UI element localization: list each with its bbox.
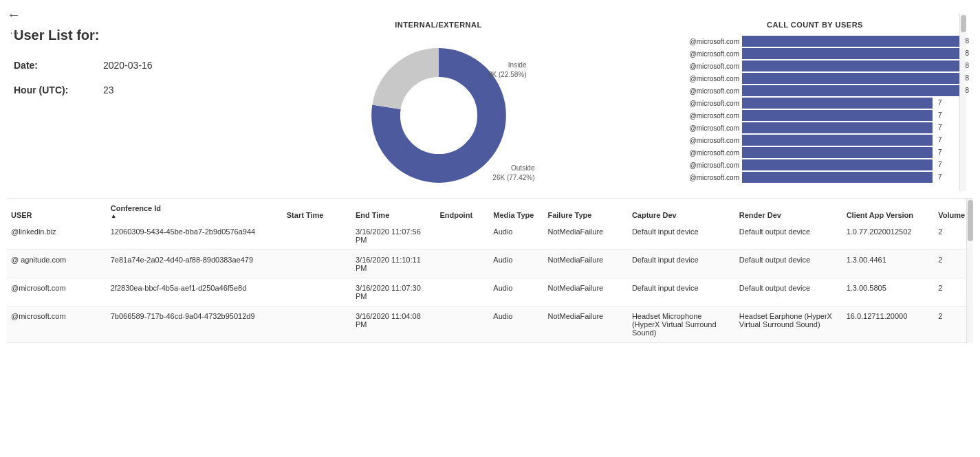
table-row: @microsoft.com 7b066589-717b-46cd-9a04-4… [7, 306, 973, 343]
bar-value: 7 [938, 98, 942, 109]
bar-value: 8 [965, 73, 969, 84]
donut-inside-label: Inside 8K (22.58%) [488, 60, 527, 80]
col-header-user: USER [7, 199, 107, 222]
back-button[interactable]: ← [7, 7, 21, 23]
col-header-end: End Time [351, 199, 435, 222]
bar-fill: 7 [742, 172, 933, 183]
bar-track: 8 [742, 48, 959, 59]
cell-start-time [283, 306, 351, 343]
bar-label: @microsoft.com [671, 87, 739, 95]
bar-fill: 7 [742, 147, 933, 158]
ellipsis-indicator: … [10, 25, 19, 36]
hour-value: 23 [103, 85, 114, 96]
bar-value: 8 [965, 85, 969, 96]
cell-user: @microsoft.com [7, 278, 107, 306]
cell-client-app: 1.3.00.5805 [842, 278, 935, 306]
bar-value: 7 [938, 159, 942, 170]
cell-user: @microsoft.com [7, 306, 107, 343]
bar-label: @microsoft.com [671, 63, 739, 70]
cell-render-dev: Default output device [735, 222, 842, 250]
cell-failure-type: NotMediaFailure [543, 250, 627, 278]
table-body: @linkedin.biz 12060309-5434-45be-bba7-2b… [7, 222, 973, 343]
cell-endpoint [435, 222, 489, 250]
cell-render-dev: Default output device [735, 250, 842, 278]
table-row: @ agnitude.com 7e81a74e-2a02-4d40-af88-8… [7, 250, 973, 278]
cell-conf-id: 7e81a74e-2a02-4d40-af88-89d0383ae479 [107, 250, 283, 278]
cell-render-dev: Default output device [735, 278, 842, 306]
chart-scrollbar-thumb[interactable] [961, 15, 966, 32]
bar-label: @microsoft.com [671, 75, 739, 82]
bar-fill: 8 [742, 48, 959, 59]
col-header-failure: Failure Type [543, 199, 627, 222]
bar-label: @microsoft.com [671, 174, 739, 181]
table-header-row: USER Conference Id ▲ Start Time End Time… [7, 199, 973, 222]
col-header-client: Client App Version [842, 199, 935, 222]
cell-end-time: 3/16/2020 11:07:30 PM [351, 278, 435, 306]
cell-capture-dev: Default input device [628, 250, 735, 278]
bar-value: 7 [938, 122, 942, 133]
cell-failure-type: NotMediaFailure [543, 306, 627, 343]
donut-hole [401, 78, 477, 153]
bar-row: @microsoft.com 7 [671, 98, 959, 109]
user-list-info: User List for: Date: 2020-03-16 Hour (UT… [14, 14, 206, 191]
cell-conf-id: 12060309-5434-45be-bba7-2b9d0576a944 [107, 222, 283, 250]
sort-indicator: ▲ [111, 212, 279, 219]
donut-outside-label: Outside 26K (77.42%) [492, 164, 534, 183]
cell-media-type: Audio [489, 278, 543, 306]
bar-track: 7 [742, 135, 959, 146]
bar-row: @microsoft.com 7 [671, 110, 959, 121]
cell-endpoint [435, 306, 489, 343]
bar-row: @microsoft.com 8 [671, 60, 959, 71]
table-section: USER Conference Id ▲ Start Time End Time… [0, 199, 980, 343]
bar-row: @microsoft.com 7 [671, 147, 959, 158]
cell-end-time: 3/16/2020 11:04:08 PM [351, 306, 435, 343]
bar-track: 7 [742, 147, 959, 158]
donut-chart-section: INTERNAL/EXTERNAL Inside 8K (22.58%) Out… [206, 14, 671, 191]
bar-track: 8 [742, 85, 959, 96]
cell-start-time [283, 278, 351, 306]
bar-label: @microsoft.com [671, 38, 739, 45]
page-title: User List for: [14, 27, 206, 43]
bar-fill: 7 [742, 98, 933, 109]
bar-chart-title: CALL COUNT BY USERS [671, 21, 959, 29]
hour-label: Hour (UTC): [14, 85, 103, 96]
donut-chart-title: INTERNAL/EXTERNAL [395, 21, 481, 29]
table-scrollbar-thumb[interactable] [968, 200, 973, 241]
cell-client-app: 16.0.12711.20000 [842, 306, 935, 343]
col-header-capture: Capture Dev [628, 199, 735, 222]
date-label: Date: [14, 60, 103, 71]
cell-media-type: Audio [489, 222, 543, 250]
cell-conf-id: 7b066589-717b-46cd-9a04-4732b95012d9 [107, 306, 283, 343]
col-header-endpoint: Endpoint [435, 199, 489, 222]
bar-row: @microsoft.com 8 [671, 36, 959, 47]
cell-user: @ agnitude.com [7, 250, 107, 278]
cell-user: @linkedin.biz [7, 222, 107, 250]
bar-fill: 8 [742, 60, 959, 71]
col-header-conf[interactable]: Conference Id ▲ [107, 199, 283, 222]
data-table: USER Conference Id ▲ Start Time End Time… [7, 199, 973, 343]
col-header-media: Media Type [489, 199, 543, 222]
cell-start-time [283, 222, 351, 250]
cell-media-type: Audio [489, 250, 543, 278]
bar-row: @microsoft.com 8 [671, 73, 959, 84]
bar-value: 8 [965, 48, 969, 59]
cell-start-time [283, 250, 351, 278]
bar-row: @microsoft.com 8 [671, 48, 959, 59]
table-scrollbar[interactable] [966, 199, 973, 343]
col-header-start: Start Time [283, 199, 351, 222]
bar-row: @microsoft.com 8 [671, 85, 959, 96]
bar-track: 8 [742, 73, 959, 84]
bar-track: 7 [742, 98, 959, 109]
cell-failure-type: NotMediaFailure [543, 278, 627, 306]
bar-value: 7 [938, 172, 942, 183]
cell-end-time: 3/16/2020 11:07:56 PM [351, 222, 435, 250]
bar-value: 7 [938, 135, 942, 146]
table-row: @microsoft.com 2f2830ea-bbcf-4b5a-aef1-d… [7, 278, 973, 306]
bar-label: @microsoft.com [671, 161, 739, 169]
bar-label: @microsoft.com [671, 124, 739, 132]
bar-value: 8 [965, 60, 969, 71]
cell-endpoint [435, 250, 489, 278]
bar-fill: 7 [742, 110, 933, 121]
bar-label: @microsoft.com [671, 137, 739, 144]
cell-capture-dev: Default input device [628, 278, 735, 306]
